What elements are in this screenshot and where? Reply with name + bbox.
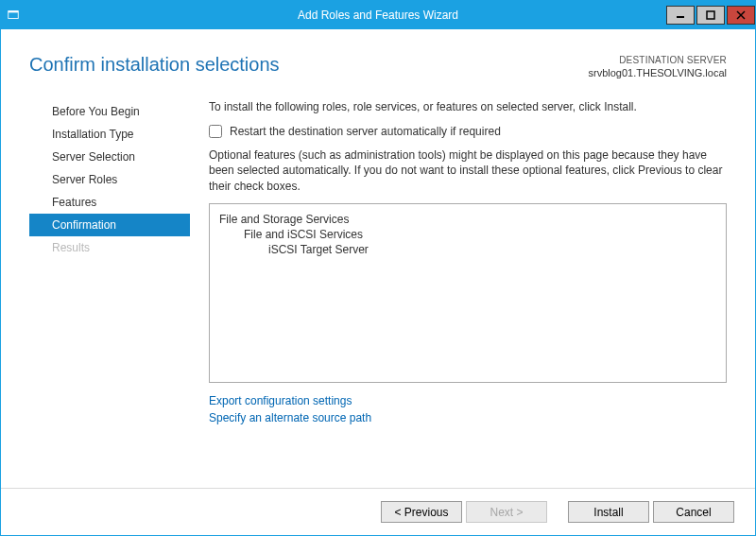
maximize-button[interactable] [696, 6, 725, 25]
previous-button[interactable]: < Previous [381, 501, 462, 523]
titlebar: Add Roles and Features Wizard [1, 1, 755, 29]
window-title: Add Roles and Features Wizard [1, 9, 755, 22]
cancel-button[interactable]: Cancel [653, 501, 734, 523]
role-item: File and Storage Services [219, 212, 716, 227]
optional-features-note: Optional features (such as administratio… [209, 147, 727, 194]
destination-label: DESTINATION SERVER [588, 54, 727, 66]
close-button[interactable] [727, 6, 755, 25]
svg-rect-1 [9, 11, 19, 13]
sidebar-item-server-roles[interactable]: Server Roles [29, 168, 190, 191]
sidebar-item-confirmation[interactable]: Confirmation [29, 214, 190, 236]
svg-rect-3 [707, 11, 714, 19]
sidebar-item-before-you-begin[interactable]: Before You Begin [29, 100, 190, 123]
window-controls [664, 6, 755, 25]
sidebar-item-installation-type[interactable]: Installation Type [29, 123, 190, 146]
role-item: File and iSCSI Services [219, 227, 716, 242]
role-item: iSCSI Target Server [219, 242, 716, 257]
alternate-source-link[interactable]: Specify an alternate source path [209, 409, 727, 426]
install-button[interactable]: Install [568, 501, 649, 523]
sidebar-item-server-selection[interactable]: Server Selection [29, 146, 190, 168]
minimize-button[interactable] [666, 6, 695, 25]
destination-server-info: DESTINATION SERVER srvblog01.THESOLVING.… [588, 54, 727, 79]
action-links: Export configuration settings Specify an… [209, 392, 727, 426]
page-heading: Confirm installation selections [29, 54, 280, 76]
intro-text: To install the following roles, role ser… [209, 100, 727, 113]
wizard-window: Add Roles and Features Wizard Confirm in… [0, 0, 756, 536]
main-panel: To install the following roles, role ser… [190, 100, 727, 426]
destination-value: srvblog01.THESOLVING.local [588, 66, 727, 79]
restart-checkbox[interactable] [209, 125, 222, 138]
selected-roles-list: File and Storage Services File and iSCSI… [209, 203, 727, 383]
next-button: Next > [466, 501, 547, 523]
sidebar-item-features[interactable]: Features [29, 191, 190, 214]
sidebar-item-results: Results [29, 236, 190, 259]
wizard-steps-sidebar: Before You Begin Installation Type Serve… [29, 100, 190, 426]
export-config-link[interactable]: Export configuration settings [209, 392, 727, 409]
restart-checkbox-row[interactable]: Restart the destination server automatic… [209, 125, 727, 138]
restart-checkbox-label: Restart the destination server automatic… [230, 125, 501, 138]
app-icon [1, 1, 26, 29]
wizard-footer: < Previous Next > Install Cancel [1, 488, 755, 535]
content-area: Confirm installation selections DESTINAT… [1, 29, 755, 535]
